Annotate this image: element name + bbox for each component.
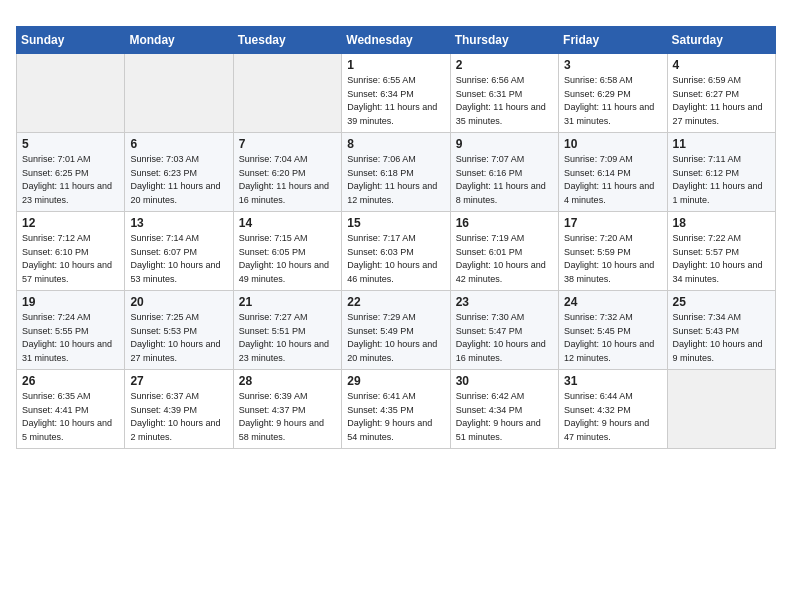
day-number: 1 [347, 58, 444, 72]
calendar-cell: 2Sunrise: 6:56 AMSunset: 6:31 PMDaylight… [450, 54, 558, 133]
day-info: Sunrise: 6:39 AMSunset: 4:37 PMDaylight:… [239, 390, 336, 444]
day-number: 8 [347, 137, 444, 151]
day-info: Sunrise: 6:56 AMSunset: 6:31 PMDaylight:… [456, 74, 553, 128]
day-number: 27 [130, 374, 227, 388]
day-number: 15 [347, 216, 444, 230]
calendar-cell: 5Sunrise: 7:01 AMSunset: 6:25 PMDaylight… [17, 133, 125, 212]
calendar-cell: 8Sunrise: 7:06 AMSunset: 6:18 PMDaylight… [342, 133, 450, 212]
day-number: 26 [22, 374, 119, 388]
calendar-cell: 18Sunrise: 7:22 AMSunset: 5:57 PMDayligh… [667, 212, 775, 291]
calendar-cell: 26Sunrise: 6:35 AMSunset: 4:41 PMDayligh… [17, 370, 125, 449]
week-row-5: 26Sunrise: 6:35 AMSunset: 4:41 PMDayligh… [17, 370, 776, 449]
day-number: 3 [564, 58, 661, 72]
weekday-header-wednesday: Wednesday [342, 27, 450, 54]
calendar-cell: 21Sunrise: 7:27 AMSunset: 5:51 PMDayligh… [233, 291, 341, 370]
day-info: Sunrise: 7:01 AMSunset: 6:25 PMDaylight:… [22, 153, 119, 207]
day-info: Sunrise: 7:29 AMSunset: 5:49 PMDaylight:… [347, 311, 444, 365]
day-number: 6 [130, 137, 227, 151]
week-row-2: 5Sunrise: 7:01 AMSunset: 6:25 PMDaylight… [17, 133, 776, 212]
calendar-cell: 19Sunrise: 7:24 AMSunset: 5:55 PMDayligh… [17, 291, 125, 370]
calendar-cell: 15Sunrise: 7:17 AMSunset: 6:03 PMDayligh… [342, 212, 450, 291]
calendar-cell: 28Sunrise: 6:39 AMSunset: 4:37 PMDayligh… [233, 370, 341, 449]
day-info: Sunrise: 7:19 AMSunset: 6:01 PMDaylight:… [456, 232, 553, 286]
day-info: Sunrise: 6:44 AMSunset: 4:32 PMDaylight:… [564, 390, 661, 444]
calendar-cell [17, 54, 125, 133]
day-number: 17 [564, 216, 661, 230]
weekday-header-saturday: Saturday [667, 27, 775, 54]
calendar-cell: 4Sunrise: 6:59 AMSunset: 6:27 PMDaylight… [667, 54, 775, 133]
day-number: 30 [456, 374, 553, 388]
day-info: Sunrise: 7:34 AMSunset: 5:43 PMDaylight:… [673, 311, 770, 365]
day-number: 24 [564, 295, 661, 309]
calendar-cell: 30Sunrise: 6:42 AMSunset: 4:34 PMDayligh… [450, 370, 558, 449]
day-info: Sunrise: 7:30 AMSunset: 5:47 PMDaylight:… [456, 311, 553, 365]
day-info: Sunrise: 7:09 AMSunset: 6:14 PMDaylight:… [564, 153, 661, 207]
day-info: Sunrise: 7:15 AMSunset: 6:05 PMDaylight:… [239, 232, 336, 286]
day-info: Sunrise: 6:42 AMSunset: 4:34 PMDaylight:… [456, 390, 553, 444]
calendar-cell: 20Sunrise: 7:25 AMSunset: 5:53 PMDayligh… [125, 291, 233, 370]
weekday-header-row: SundayMondayTuesdayWednesdayThursdayFrid… [17, 27, 776, 54]
day-number: 10 [564, 137, 661, 151]
day-number: 9 [456, 137, 553, 151]
calendar-cell: 9Sunrise: 7:07 AMSunset: 6:16 PMDaylight… [450, 133, 558, 212]
day-info: Sunrise: 7:03 AMSunset: 6:23 PMDaylight:… [130, 153, 227, 207]
calendar-cell: 17Sunrise: 7:20 AMSunset: 5:59 PMDayligh… [559, 212, 667, 291]
day-info: Sunrise: 7:27 AMSunset: 5:51 PMDaylight:… [239, 311, 336, 365]
week-row-4: 19Sunrise: 7:24 AMSunset: 5:55 PMDayligh… [17, 291, 776, 370]
day-number: 28 [239, 374, 336, 388]
weekday-header-monday: Monday [125, 27, 233, 54]
day-number: 18 [673, 216, 770, 230]
day-info: Sunrise: 7:06 AMSunset: 6:18 PMDaylight:… [347, 153, 444, 207]
weekday-header-thursday: Thursday [450, 27, 558, 54]
day-number: 25 [673, 295, 770, 309]
day-info: Sunrise: 6:58 AMSunset: 6:29 PMDaylight:… [564, 74, 661, 128]
calendar-cell: 23Sunrise: 7:30 AMSunset: 5:47 PMDayligh… [450, 291, 558, 370]
day-number: 2 [456, 58, 553, 72]
calendar-cell: 13Sunrise: 7:14 AMSunset: 6:07 PMDayligh… [125, 212, 233, 291]
day-info: Sunrise: 7:17 AMSunset: 6:03 PMDaylight:… [347, 232, 444, 286]
day-number: 21 [239, 295, 336, 309]
calendar-cell [233, 54, 341, 133]
day-info: Sunrise: 6:59 AMSunset: 6:27 PMDaylight:… [673, 74, 770, 128]
calendar-cell [125, 54, 233, 133]
day-info: Sunrise: 7:11 AMSunset: 6:12 PMDaylight:… [673, 153, 770, 207]
day-info: Sunrise: 7:24 AMSunset: 5:55 PMDaylight:… [22, 311, 119, 365]
weekday-header-tuesday: Tuesday [233, 27, 341, 54]
calendar-cell: 6Sunrise: 7:03 AMSunset: 6:23 PMDaylight… [125, 133, 233, 212]
calendar-cell: 7Sunrise: 7:04 AMSunset: 6:20 PMDaylight… [233, 133, 341, 212]
day-info: Sunrise: 7:32 AMSunset: 5:45 PMDaylight:… [564, 311, 661, 365]
day-number: 22 [347, 295, 444, 309]
day-info: Sunrise: 7:12 AMSunset: 6:10 PMDaylight:… [22, 232, 119, 286]
day-number: 31 [564, 374, 661, 388]
day-info: Sunrise: 6:41 AMSunset: 4:35 PMDaylight:… [347, 390, 444, 444]
day-number: 7 [239, 137, 336, 151]
day-number: 13 [130, 216, 227, 230]
calendar-cell: 24Sunrise: 7:32 AMSunset: 5:45 PMDayligh… [559, 291, 667, 370]
day-info: Sunrise: 7:22 AMSunset: 5:57 PMDaylight:… [673, 232, 770, 286]
calendar-cell: 14Sunrise: 7:15 AMSunset: 6:05 PMDayligh… [233, 212, 341, 291]
calendar-cell: 11Sunrise: 7:11 AMSunset: 6:12 PMDayligh… [667, 133, 775, 212]
day-info: Sunrise: 7:04 AMSunset: 6:20 PMDaylight:… [239, 153, 336, 207]
day-number: 12 [22, 216, 119, 230]
calendar-cell: 25Sunrise: 7:34 AMSunset: 5:43 PMDayligh… [667, 291, 775, 370]
day-info: Sunrise: 6:35 AMSunset: 4:41 PMDaylight:… [22, 390, 119, 444]
calendar-cell: 3Sunrise: 6:58 AMSunset: 6:29 PMDaylight… [559, 54, 667, 133]
calendar: SundayMondayTuesdayWednesdayThursdayFrid… [16, 26, 776, 449]
day-number: 11 [673, 137, 770, 151]
calendar-cell: 29Sunrise: 6:41 AMSunset: 4:35 PMDayligh… [342, 370, 450, 449]
day-info: Sunrise: 6:55 AMSunset: 6:34 PMDaylight:… [347, 74, 444, 128]
weekday-header-friday: Friday [559, 27, 667, 54]
week-row-1: 1Sunrise: 6:55 AMSunset: 6:34 PMDaylight… [17, 54, 776, 133]
calendar-cell: 1Sunrise: 6:55 AMSunset: 6:34 PMDaylight… [342, 54, 450, 133]
calendar-cell: 22Sunrise: 7:29 AMSunset: 5:49 PMDayligh… [342, 291, 450, 370]
day-number: 14 [239, 216, 336, 230]
calendar-cell: 31Sunrise: 6:44 AMSunset: 4:32 PMDayligh… [559, 370, 667, 449]
calendar-cell: 16Sunrise: 7:19 AMSunset: 6:01 PMDayligh… [450, 212, 558, 291]
calendar-cell: 10Sunrise: 7:09 AMSunset: 6:14 PMDayligh… [559, 133, 667, 212]
day-info: Sunrise: 7:07 AMSunset: 6:16 PMDaylight:… [456, 153, 553, 207]
day-number: 16 [456, 216, 553, 230]
day-number: 23 [456, 295, 553, 309]
day-number: 5 [22, 137, 119, 151]
day-info: Sunrise: 7:20 AMSunset: 5:59 PMDaylight:… [564, 232, 661, 286]
day-number: 4 [673, 58, 770, 72]
